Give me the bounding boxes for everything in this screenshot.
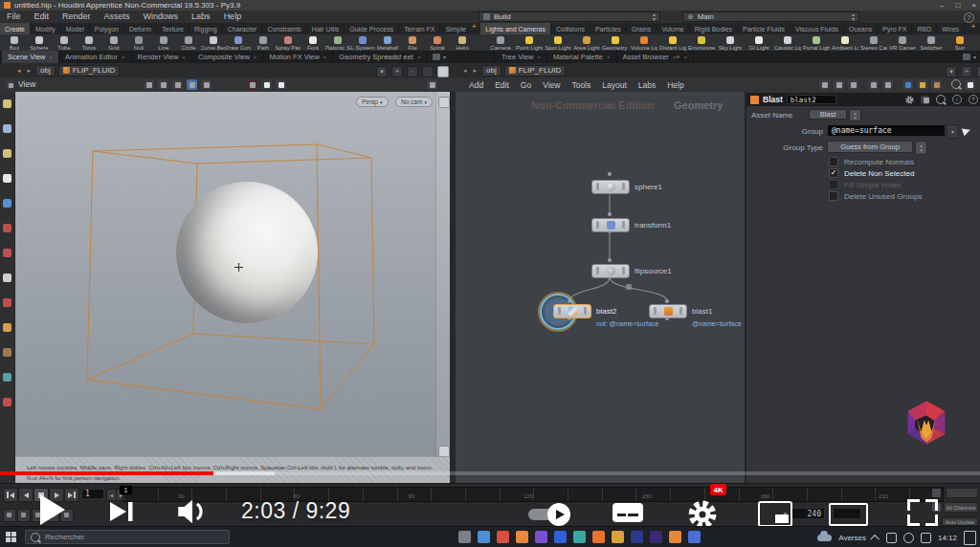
panel-icon[interactable] — [422, 66, 434, 77]
chat-icon[interactable] — [886, 533, 897, 543]
shelf-tab[interactable]: Grains — [627, 23, 657, 34]
taskbar-app-icon[interactable] — [516, 531, 528, 543]
link-icon[interactable]: ◦ — [976, 66, 980, 77]
shelf-tool[interactable]: Caustic Light — [773, 34, 802, 51]
layout-icon[interactable] — [427, 79, 437, 90]
node-name-field[interactable]: blast2 — [787, 95, 836, 104]
add-shelf-tab-button[interactable]: + — [467, 23, 480, 34]
viewport-tool-icon[interactable] — [3, 249, 11, 257]
viewport-tool-icon[interactable] — [3, 348, 11, 357]
shelf-tool[interactable]: Path — [251, 34, 276, 51]
digital-asset-icon[interactable] — [834, 79, 844, 90]
render-flag-icon[interactable] — [247, 79, 257, 90]
dropdown-icon[interactable]: ▾ — [946, 66, 957, 77]
shelf-tool[interactable]: Line — [151, 34, 176, 51]
windows-start-icon[interactable] — [6, 532, 16, 542]
network-menu-item[interactable]: Edit — [489, 80, 515, 90]
network-menu-item[interactable]: Labs — [633, 80, 661, 90]
pane-tab[interactable]: Material Palette — [547, 51, 617, 63]
maximize-button[interactable]: □ — [955, 2, 960, 10]
viewport-right-stowbar[interactable] — [435, 92, 450, 483]
menu-item[interactable]: Help — [217, 11, 249, 22]
breadcrumb-node[interactable]: FLIP_FLUID — [504, 65, 566, 77]
taskbar-app-icon[interactable] — [573, 531, 586, 543]
yellow-flag-icon[interactable] — [917, 79, 927, 90]
blue-flag-icon[interactable] — [902, 79, 913, 90]
network-menu-item[interactable]: Tools — [566, 80, 596, 90]
tray-expand-icon[interactable] — [870, 534, 880, 543]
next-video-button[interactable] — [107, 499, 138, 524]
shelf-tool[interactable]: Geometry Light — [601, 34, 630, 51]
add-pane-tab-button[interactable]: + — [670, 51, 694, 63]
playbar-option-icon[interactable] — [17, 509, 31, 522]
checkbox-delete-non-selected[interactable]: ✓ Delete Non Selected — [829, 168, 914, 178]
shelf-tab[interactable]: Volume — [657, 23, 689, 34]
shelf-tab[interactable]: Model — [61, 23, 90, 34]
checkbox-recompute-normals[interactable]: Recompute Normals — [829, 157, 914, 166]
shelf-tool[interactable]: Curve Bezier — [201, 34, 226, 51]
taskbar-app-icon[interactable] — [592, 531, 605, 543]
keys-icon[interactable] — [932, 489, 941, 497]
group-dropdown-icon[interactable]: ▾ — [947, 124, 959, 139]
taskbar-app-icon[interactable] — [669, 531, 681, 543]
shelf-tool[interactable]: Grid — [101, 34, 126, 51]
material-icon[interactable] — [261, 79, 272, 90]
shelf-tool[interactable]: Area Light — [572, 34, 601, 51]
magnifier-icon[interactable] — [936, 95, 946, 104]
menu-item[interactable]: Assets — [98, 11, 137, 22]
asset-name-dropdown[interactable]: Blast — [809, 109, 847, 120]
back-icon[interactable]: ◂ — [461, 67, 469, 75]
jump-start-button[interactable] — [3, 488, 18, 502]
theater-mode-button[interactable] — [829, 503, 868, 526]
shelf-tool[interactable]: Ambient Light — [831, 34, 859, 51]
taskbar-search[interactable]: Rechercher — [25, 530, 230, 544]
shelf-tab[interactable]: Pyro FX — [878, 23, 912, 34]
menu-item[interactable]: Labs — [185, 11, 217, 22]
shelf-tool[interactable]: Sphere — [27, 34, 52, 51]
shelf-tool[interactable]: Spiral — [425, 34, 450, 51]
shelf-tool[interactable]: Box — [2, 34, 27, 51]
shelf-tool[interactable]: Sky Light — [716, 34, 745, 51]
shelf-tool[interactable]: File — [400, 34, 425, 51]
link-icon[interactable]: ◦ — [407, 66, 418, 77]
menu-item[interactable]: Edit — [28, 11, 56, 22]
rotate-icon[interactable] — [172, 79, 183, 90]
pane-tab[interactable]: Scene View — [2, 51, 59, 63]
desktop-dropdown[interactable]: Build ▴▾ — [479, 11, 660, 22]
shelf-tool[interactable]: GI Light — [745, 34, 773, 51]
shelf-tool[interactable]: Metaball — [375, 34, 400, 51]
menu-item[interactable]: Windows — [137, 11, 186, 22]
main-dropdown[interactable]: ⊕ Main ▴▾ — [682, 11, 859, 22]
camera-icon[interactable] — [276, 79, 286, 90]
checkbox-icon[interactable] — [829, 191, 838, 201]
shelf-tool[interactable]: Point Light — [515, 34, 544, 51]
speaker-icon[interactable] — [903, 533, 914, 543]
node-sphere1[interactable]: sphere1 — [591, 180, 630, 194]
shelf-tab[interactable]: Viscous Fluids — [791, 23, 844, 34]
current-frame-marker[interactable]: 1 — [120, 486, 132, 494]
taskbar-app-icon[interactable] — [554, 531, 567, 543]
magnifier-icon[interactable] — [951, 79, 961, 89]
shelf-tab[interactable]: Rigid Bodies — [690, 23, 738, 34]
viewport-tool-icon[interactable] — [3, 124, 11, 133]
shelf-tool[interactable]: Switcher — [917, 34, 946, 51]
node-blast1[interactable]: blast1 @name=surface — [649, 304, 687, 318]
gear-icon[interactable] — [905, 96, 914, 104]
shelf-tab[interactable]: RBD — [912, 23, 937, 34]
snap-icon[interactable] — [201, 79, 212, 90]
viewport-tool-icon[interactable] — [3, 398, 11, 406]
translate-icon[interactable] — [158, 79, 168, 90]
add-shelf-tab-button[interactable]: + — [967, 23, 980, 34]
add-pane-tab-button[interactable]: + — [379, 51, 403, 63]
end-frame-field[interactable]: 240 — [791, 508, 825, 519]
shelf-tool[interactable]: Volume Light — [630, 34, 658, 51]
shelf-tool[interactable]: Camera — [486, 34, 515, 51]
persp-view-dropdown[interactable]: Persp▾ — [356, 97, 389, 107]
channels-dropdown[interactable]: All Channels — [944, 502, 978, 513]
viewport-tool-icon[interactable] — [3, 199, 11, 208]
asset-stepper[interactable]: ▴▾ — [849, 109, 861, 121]
node-flipsource1[interactable]: flipsource1 — [591, 264, 630, 278]
dropdown-icon[interactable]: ▾ — [376, 66, 388, 77]
network-menu-item[interactable]: Go — [515, 80, 537, 90]
viewport-tool-icon[interactable] — [3, 99, 11, 108]
